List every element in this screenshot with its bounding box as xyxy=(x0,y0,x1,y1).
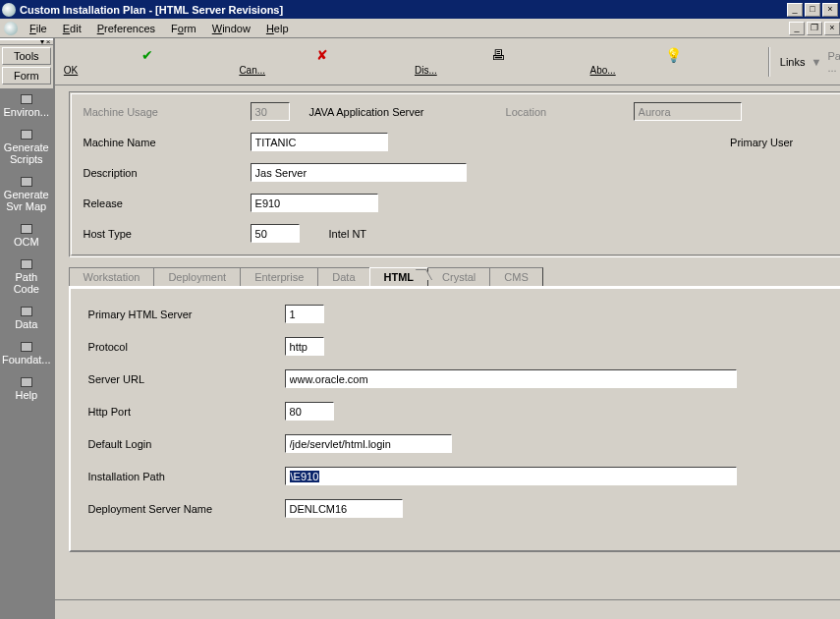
doc-icon xyxy=(4,22,18,35)
app-icon xyxy=(2,3,16,17)
menu-help[interactable]: Help xyxy=(258,21,297,36)
sidebar: ▾ × Tools Form Environ... Generate Scrip… xyxy=(0,38,53,619)
tab-deployment[interactable]: Deployment xyxy=(153,267,241,286)
child-minimize-button[interactable]: _ xyxy=(789,22,805,35)
about-icon: 💡 xyxy=(666,47,682,63)
page-icon xyxy=(21,342,32,352)
installation-path-label: Installation Path xyxy=(88,471,285,482)
title-bar: Custom Installation Plan - [HTML Server … xyxy=(0,0,840,19)
release-field[interactable] xyxy=(251,194,378,212)
tab-strip: Workstation Deployment Enterprise Data H… xyxy=(69,267,840,287)
sidebar-item-environ[interactable]: Environ... xyxy=(0,88,53,124)
description-field[interactable] xyxy=(251,163,467,182)
sidebar-form-button[interactable]: Form xyxy=(2,67,51,84)
tab-crystal[interactable]: Crystal xyxy=(427,267,490,286)
page-icon xyxy=(21,224,32,234)
tab-cms[interactable]: CMS xyxy=(489,267,542,286)
dropdown-icon[interactable]: ▼ xyxy=(811,56,821,68)
menu-form[interactable]: Form xyxy=(163,21,204,36)
default-login-label: Default Login xyxy=(88,438,285,450)
machine-usage-field xyxy=(251,102,290,121)
default-login-field[interactable] xyxy=(285,434,452,453)
sidebar-item-data[interactable]: Data xyxy=(0,301,53,336)
toolbar: ✔OK ✘Can... 🖶Dis... 💡Abo... Links ▼ Path… xyxy=(55,38,840,85)
child-restore-button[interactable]: ❐ xyxy=(807,22,822,35)
menu-file[interactable]: File xyxy=(22,21,55,36)
sidebar-item-generate-scripts[interactable]: Generate Scripts xyxy=(0,124,53,171)
host-type-label: Host Type xyxy=(84,228,251,240)
usage-desc: JAVA Application Server xyxy=(309,106,506,118)
display-button[interactable]: 🖶Dis... xyxy=(414,45,584,78)
minimize-button[interactable]: _ xyxy=(787,3,803,17)
deployment-server-label: Deployment Server Name xyxy=(88,503,285,515)
deployment-server-field[interactable] xyxy=(285,499,403,518)
path-link[interactable]: Path ... xyxy=(827,50,840,74)
primary-html-field[interactable] xyxy=(285,305,324,323)
ok-button[interactable]: ✔OK xyxy=(63,45,233,78)
location-field xyxy=(634,102,742,121)
links-label: Links xyxy=(780,56,806,68)
tab-html[interactable]: HTML xyxy=(369,267,429,286)
server-url-field[interactable] xyxy=(285,369,737,388)
installation-path-field[interactable]: \E910 xyxy=(285,467,737,485)
tab-enterprise[interactable]: Enterprise xyxy=(240,267,318,286)
http-port-field[interactable] xyxy=(285,402,334,421)
host-desc: Intel NT xyxy=(329,228,367,240)
child-close-button[interactable]: × xyxy=(824,22,840,35)
protocol-label: Protocol xyxy=(88,341,285,353)
window-title: Custom Installation Plan - [HTML Server … xyxy=(20,4,785,16)
status-bar xyxy=(55,599,840,619)
page-icon xyxy=(21,177,32,187)
primary-user-label: Primary User xyxy=(730,137,840,148)
sidebar-item-help[interactable]: Help xyxy=(0,371,53,407)
upper-group: Machine Usage JAVA Application Server Lo… xyxy=(69,91,840,257)
printer-icon: 🖶 xyxy=(490,47,506,63)
menu-bar: File Edit Preferences Form Window Help _… xyxy=(0,19,840,38)
tab-workstation[interactable]: Workstation xyxy=(69,267,155,286)
host-type-field[interactable] xyxy=(251,224,300,243)
primary-html-label: Primary HTML Server xyxy=(88,309,285,320)
sidebar-item-path-code[interactable]: Path Code xyxy=(0,253,53,301)
sidebar-tools-button[interactable]: Tools xyxy=(2,47,51,65)
html-tab-panel: Primary HTML Server Protocol Server URL … xyxy=(69,287,840,552)
sidebar-item-foundation[interactable]: Foundat... xyxy=(0,336,53,371)
page-icon xyxy=(21,307,32,316)
main-panel: ✔OK ✘Can... 🖶Dis... 💡Abo... Links ▼ Path… xyxy=(53,38,840,619)
x-icon: ✘ xyxy=(314,47,330,63)
cancel-button[interactable]: ✘Can... xyxy=(238,45,408,78)
machine-name-field[interactable] xyxy=(251,133,388,151)
about-button[interactable]: 💡Abo... xyxy=(588,45,758,78)
maximize-button[interactable]: □ xyxy=(805,3,820,17)
description-label: Description xyxy=(84,167,251,179)
page-icon xyxy=(21,377,32,387)
protocol-field[interactable] xyxy=(285,337,324,356)
menu-edit[interactable]: Edit xyxy=(55,21,89,36)
page-icon xyxy=(21,130,32,140)
http-port-label: Http Port xyxy=(88,406,285,418)
menu-preferences[interactable]: Preferences xyxy=(89,21,163,36)
tab-data[interactable]: Data xyxy=(317,267,369,286)
location-label: Location xyxy=(506,106,634,118)
sidebar-item-ocm[interactable]: OCM xyxy=(0,218,53,253)
sidebar-item-generate-svr-map[interactable]: Generate Svr Map xyxy=(0,171,53,218)
release-label: Release xyxy=(84,197,251,209)
menu-window[interactable]: Window xyxy=(204,21,258,36)
page-icon xyxy=(21,94,32,104)
machine-name-label: Machine Name xyxy=(84,137,251,148)
close-button[interactable]: × xyxy=(822,3,838,17)
check-icon: ✔ xyxy=(140,47,155,63)
server-url-label: Server URL xyxy=(88,373,285,385)
page-icon xyxy=(21,259,32,269)
separator xyxy=(768,47,770,77)
machine-usage-label: Machine Usage xyxy=(84,106,251,118)
